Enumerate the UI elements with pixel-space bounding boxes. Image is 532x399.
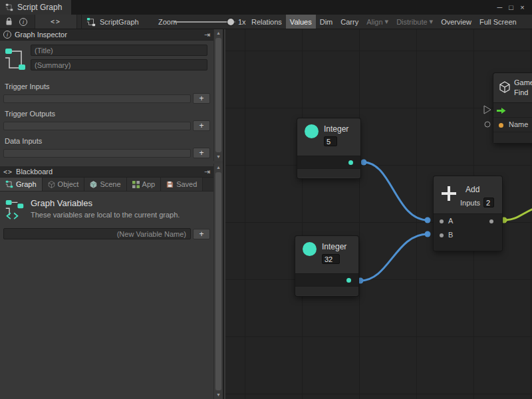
dim-button[interactable]: Dim — [316, 15, 337, 29]
overview-button[interactable]: Overview — [437, 15, 475, 29]
input-port-dot[interactable] — [440, 233, 444, 237]
minimize-button[interactable]: ─ — [494, 3, 505, 11]
blackboard-scrollbar[interactable]: ▲ ▼ — [213, 164, 223, 399]
data-inputs-list: + — [3, 148, 210, 158]
graph-tab-icon — [5, 180, 13, 188]
carry-button[interactable]: Carry — [336, 15, 362, 29]
graph-inspector-header: i Graph Inspector ⇥ — [0, 29, 213, 41]
app-grid-icon — [132, 181, 140, 188]
tab-saved[interactable]: Saved — [161, 178, 203, 191]
full-screen-button[interactable]: Full Screen — [475, 15, 521, 29]
add-trigger-output-button[interactable]: + — [193, 120, 210, 131]
flow-arrow-icon[interactable] — [497, 107, 506, 116]
scrollbar-thumb[interactable] — [215, 172, 221, 390]
trigger-outputs-label: Trigger Outputs — [5, 110, 213, 118]
maximize-button[interactable]: □ — [505, 3, 517, 11]
string-port-dot[interactable] — [499, 123, 503, 128]
scroll-up-icon[interactable]: ▲ — [214, 29, 223, 37]
graph-canvas[interactable]: Integer Integer Add — [225, 29, 532, 399]
unity-script-graph-window: Script Graph ─ □ × i <> ScriptGraph Zoom… — [0, 0, 532, 399]
node-header: GameObject Find — [493, 73, 532, 102]
integer-literal-icon — [303, 242, 317, 256]
input-port-dot[interactable] — [440, 219, 444, 223]
integer-output-dot[interactable] — [346, 278, 351, 283]
add-data-input-button[interactable]: + — [193, 148, 210, 158]
toolbar: i <> ScriptGraph Zoom 1x Relations Value… — [0, 15, 532, 29]
align-button[interactable]: Align▾ — [362, 15, 392, 29]
node-footer — [297, 168, 360, 178]
code-view-button[interactable]: <> — [35, 15, 77, 29]
new-variable-name-input[interactable] — [3, 228, 191, 239]
graph-variables-icon — [5, 198, 25, 221]
distribute-button[interactable]: Distribute▾ — [392, 15, 437, 29]
tab-scene[interactable]: Scene — [84, 178, 126, 191]
input-port-add-b[interactable] — [425, 231, 431, 237]
graph-variables-subtitle: These variables are local to the current… — [31, 211, 180, 219]
node-integer-5[interactable]: Integer — [297, 118, 360, 178]
graph-breadcrumb[interactable]: ScriptGraph — [86, 15, 139, 29]
zoom-slider-handle[interactable] — [227, 19, 234, 25]
scroll-up-icon[interactable]: ▲ — [214, 164, 223, 172]
port-row-a: A — [434, 214, 502, 228]
graph-title-input[interactable] — [31, 45, 207, 56]
input-port-add-a[interactable] — [425, 217, 431, 223]
node-gameobject-find[interactable]: GameObject Find Name — [493, 73, 532, 143]
titlebar: Script Graph ─ □ × — [0, 0, 532, 15]
window-tab-script-graph[interactable]: Script Graph — [0, 0, 71, 15]
name-port-row: Name — [493, 118, 532, 132]
add-trigger-input-button[interactable]: + — [193, 93, 210, 104]
node-footer — [295, 286, 358, 295]
output-port-integer5[interactable] — [361, 160, 367, 166]
node-integer-32[interactable]: Integer — [295, 236, 358, 296]
output-port-dot[interactable] — [489, 219, 493, 223]
wire-integer5-to-add-a[interactable] — [364, 162, 428, 220]
node-subtitle: Find — [514, 88, 532, 98]
scroll-down-icon[interactable]: ▼ — [214, 391, 223, 399]
side-panel: i Graph Inspector ⇥ Trigger Inputs + Tri… — [0, 29, 224, 399]
zoom-slider-track[interactable] — [174, 21, 235, 23]
add-variable-button[interactable]: + — [193, 229, 210, 239]
tab-app[interactable]: App — [127, 178, 162, 191]
node-title: Integer — [322, 242, 346, 251]
inputs-count-input[interactable] — [483, 198, 494, 207]
relations-button[interactable]: Relations — [247, 15, 286, 29]
close-button[interactable]: × — [517, 3, 528, 11]
cube-icon — [48, 181, 55, 188]
integer-value-input[interactable] — [322, 254, 340, 264]
blackboard-title: Blackboard — [16, 168, 53, 176]
dock-icon[interactable]: ⇥ — [204, 31, 210, 39]
wire-add-output[interactable] — [504, 209, 532, 220]
zoom-slider-fill — [174, 21, 227, 23]
graph-inspector-title: Graph Inspector — [15, 31, 67, 39]
inspector-scrollbar[interactable]: ▲ ▼ — [213, 29, 223, 161]
port-label-b: B — [448, 231, 453, 239]
inspector-toggle-button[interactable]: i — [17, 15, 29, 29]
zoom-value: 1x — [238, 15, 246, 29]
trigger-inputs-label: Trigger Inputs — [5, 82, 213, 90]
flow-input-port-unconnected[interactable] — [484, 106, 491, 114]
integer-value-input[interactable] — [324, 136, 337, 146]
node-add[interactable]: Add Inputs A B — [434, 176, 502, 251]
gameobject-cube-icon — [499, 81, 511, 94]
data-input-port-unconnected[interactable] — [485, 122, 490, 127]
node-title: Integer — [324, 124, 348, 134]
data-inputs-label: Data Inputs — [5, 137, 213, 145]
graph-summary-input[interactable] — [31, 59, 207, 70]
node-header: Add Inputs — [434, 176, 502, 213]
values-button[interactable]: Values — [286, 15, 316, 29]
chevron-down-icon: ▾ — [385, 17, 389, 26]
dock-icon[interactable]: ⇥ — [204, 168, 210, 176]
tab-graph[interactable]: Graph — [0, 178, 43, 191]
tab-object[interactable]: Object — [43, 178, 85, 191]
zoom-slider[interactable] — [174, 15, 235, 29]
scroll-down-icon[interactable]: ▼ — [214, 153, 223, 161]
chevron-down-icon: ▾ — [430, 17, 434, 26]
lock-button[interactable] — [3, 15, 15, 29]
window-controls: ─ □ × — [494, 0, 532, 15]
scrollbar-thumb[interactable] — [215, 38, 221, 152]
wire-integer32-to-add-b[interactable] — [360, 234, 428, 281]
integer-output-dot[interactable] — [348, 160, 353, 165]
graph-asset-icon — [86, 17, 96, 27]
graph-variables-text: Graph Variables These variables are loca… — [31, 198, 180, 219]
graph-variables-section: Graph Variables These variables are loca… — [0, 192, 213, 225]
